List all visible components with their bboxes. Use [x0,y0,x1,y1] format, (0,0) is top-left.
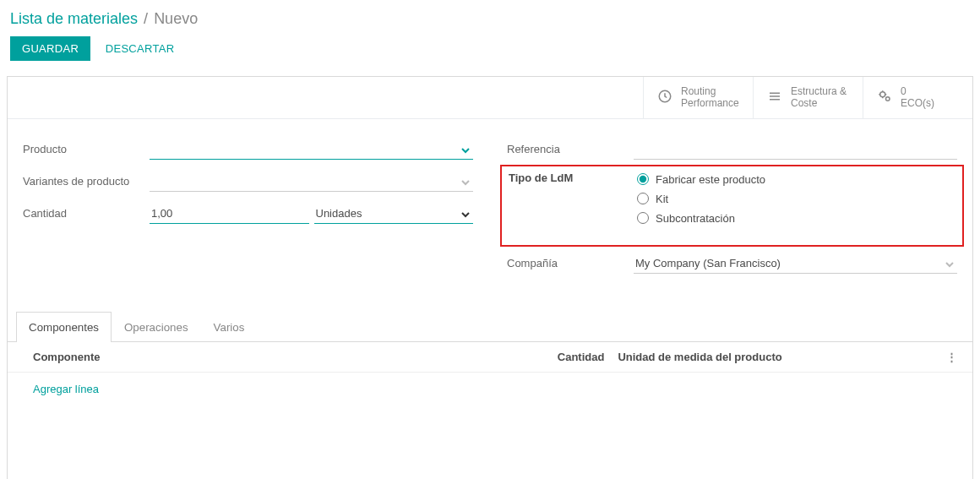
qty-label: Cantidad [23,207,150,220]
product-input[interactable] [150,139,473,160]
components-table: Componente Cantidad Unidad de medida del… [8,342,972,479]
structure-cost-button[interactable]: Estructura & Coste [753,77,863,118]
tab-components[interactable]: Componentes [16,312,112,342]
company-label: Compañía [507,257,634,269]
bom-type-highlight: Tipo de LdM Fabricar este producto Kit [500,165,964,247]
right-column: Referencia Tipo de LdM Fabricar este pro… [507,138,957,284]
clock-icon [657,89,681,106]
radio-manufacture[interactable]: Fabricar este producto [637,173,956,186]
left-column: Producto Variantes de producto Cantidad [23,138,473,284]
gears-icon [877,89,901,106]
form-sheet: Routing Performance Estructura & Coste [7,76,973,479]
col-component: Componente [23,351,516,363]
discard-button[interactable]: DESCARTAR [94,36,187,61]
product-label: Producto [23,143,150,155]
col-uom: Unidad de medida del producto [618,351,940,363]
ecos-button[interactable]: 0 ECO(s) [863,77,972,118]
col-qty: Cantidad [516,351,618,363]
company-select[interactable] [634,253,957,274]
variants-input[interactable] [150,171,473,192]
breadcrumb: Lista de materiales / Nuevo [7,10,973,28]
breadcrumb-sub: Nuevo [154,10,198,27]
qty-uom-select[interactable] [314,204,474,224]
reference-input[interactable] [634,139,957,160]
tab-misc[interactable]: Varios [201,312,258,342]
qty-input[interactable] [150,204,309,224]
table-header: Componente Cantidad Unidad de medida del… [8,342,972,373]
kebab-icon[interactable]: ⋮ [940,351,957,363]
bom-type-label: Tipo de LdM [509,171,635,184]
action-bar: GUARDAR DESCARTAR [7,36,973,61]
bom-type-radio-group: Fabricar este producto Kit Subcontrataci… [635,171,956,231]
radio-kit[interactable]: Kit [637,193,956,205]
breadcrumb-main[interactable]: Lista de materiales [10,10,138,27]
save-button[interactable]: GUARDAR [10,36,90,61]
tab-operations[interactable]: Operaciones [112,312,201,342]
radio-subcontracting[interactable]: Subcontratación [637,212,956,225]
svg-point-2 [886,97,890,101]
routing-performance-button[interactable]: Routing Performance [643,77,753,118]
svg-point-1 [880,92,885,97]
stat-buttons-row: Routing Performance Estructura & Coste [8,77,972,119]
tab-bar: Componentes Operaciones Varios [8,311,972,342]
reference-label: Referencia [507,143,634,155]
add-line-link[interactable]: Agregar línea [33,383,99,395]
variants-label: Variantes de producto [23,175,150,188]
list-icon [767,89,791,106]
